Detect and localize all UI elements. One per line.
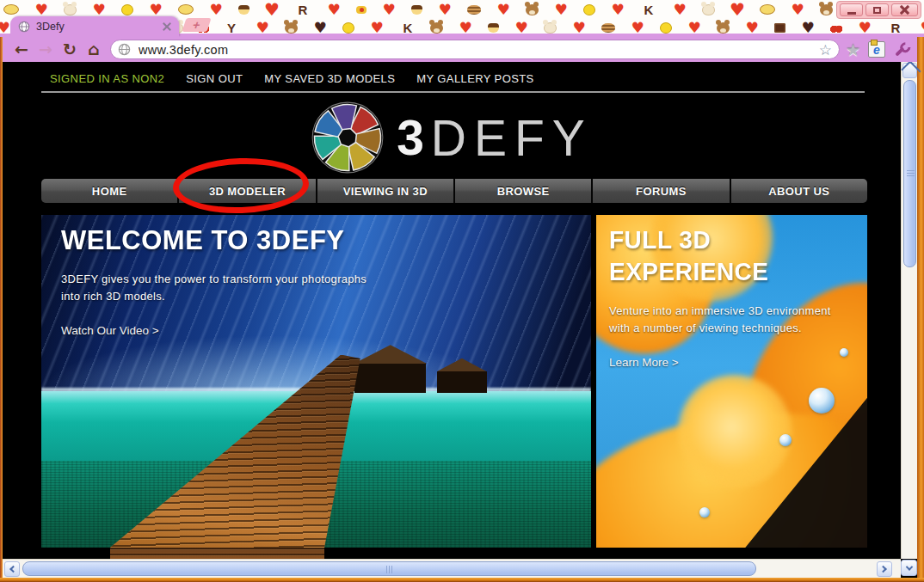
bear-icon (717, 22, 730, 34)
forward-button[interactable]: → (34, 41, 58, 58)
tab-title: 3Defy (36, 21, 157, 33)
toolbar-extensions: ★ e (846, 37, 910, 62)
heart-icon: ♥ (325, 2, 342, 18)
scroll-down-button[interactable] (901, 560, 917, 576)
minimize-icon (847, 12, 856, 15)
reload-button[interactable]: ↻ (58, 41, 82, 58)
nav-browse-button[interactable]: BROWSE (455, 179, 593, 203)
site-logo: 3 DEFY (3, 98, 901, 177)
bear-icon (285, 22, 298, 34)
nav-viewing-in-3d-button[interactable]: VIEWING IN 3D (317, 179, 455, 203)
browser-tab[interactable]: 3Defy (10, 16, 179, 37)
tab-close-icon[interactable] (163, 22, 171, 31)
heart-icon: ♥ (207, 2, 225, 18)
my-gallery-posts-link[interactable]: MY GALLERY POSTS (416, 72, 533, 85)
scroll-up-button[interactable] (902, 63, 917, 78)
wrench-menu-button[interactable] (890, 37, 914, 61)
window-frame-bottom (0, 578, 924, 582)
horizontal-scrollbar-thumb[interactable] (22, 561, 756, 576)
bungalow-graphic (437, 371, 487, 393)
bear-white-icon (544, 22, 557, 34)
oval-badge-icon (3, 4, 19, 15)
signed-in-label: SIGNED IN AS NON2 (50, 72, 164, 85)
oval-badge-icon (178, 4, 194, 15)
bungalow-graphic (354, 363, 426, 393)
candy-icon (356, 6, 367, 14)
nav-forums-button[interactable]: FORUMS (593, 179, 730, 203)
heart-dotted-icon: ♥ (380, 2, 397, 18)
url-globe-icon (118, 43, 131, 56)
letter-r-icon: R (294, 2, 311, 18)
favicon-globe-icon (18, 21, 30, 33)
chick-icon (583, 4, 595, 15)
heart-icon: ♥ (495, 2, 512, 18)
heart-happy-icon: ♥ (729, 2, 746, 18)
chick-icon (121, 4, 133, 15)
scrollbar-grip (386, 566, 393, 573)
hero-left-title: WELCOME TO 3DEFY (61, 224, 543, 256)
chick-icon (660, 22, 672, 34)
back-button[interactable]: ← (9, 41, 34, 58)
my-saved-models-link[interactable]: MY SAVED 3D MODELS (264, 72, 395, 85)
nav-about-us-button[interactable]: ABOUT US (731, 179, 867, 203)
nav-home-button[interactable]: HOME (41, 179, 179, 203)
browser-toolbar: ← → ↻ ⌂ ☆ ★ e (3, 37, 917, 62)
bookmark-star-icon[interactable]: ☆ (819, 41, 832, 58)
hero-left-body-line2: into rich 3D models. (61, 288, 543, 305)
new-tab-button[interactable]: + (182, 18, 211, 32)
heart-icon: ♥ (609, 2, 626, 18)
hero-left-body: 3DEFY gives you the power to transform y… (61, 271, 543, 305)
bear-white-icon (702, 4, 715, 15)
chevron-right-icon (879, 566, 886, 573)
pudding-icon (238, 5, 249, 15)
horizontal-scrollbar-track[interactable] (3, 559, 901, 578)
bear-icon (430, 22, 443, 34)
window-frame-right (917, 37, 924, 578)
maximize-button[interactable] (865, 3, 889, 16)
logo-wordmark: 3 DEFY (397, 113, 593, 162)
hero-left-copy: WELCOME TO 3DEFY 3DEFY gives you the pow… (61, 225, 543, 338)
sign-out-link[interactable]: SIGN OUT (186, 72, 243, 85)
url-input[interactable] (137, 42, 813, 58)
vertical-scrollbar-thumb[interactable] (903, 80, 916, 267)
scroll-right-button[interactable] (877, 561, 892, 577)
watch-our-video-link[interactable]: Watch Our Video > (61, 324, 159, 337)
ie-tab-extension-button[interactable]: e (868, 41, 885, 58)
vertical-scrollbar-track[interactable] (901, 62, 917, 559)
scrollbar-grip (907, 170, 915, 177)
page-content: SIGNED IN AS NON2 SIGN OUT MY SAVED 3D M… (3, 62, 901, 559)
star-extension-button[interactable]: ★ (846, 40, 860, 59)
aperture-logo-icon (311, 101, 385, 175)
address-bar[interactable]: ☆ (110, 40, 840, 59)
close-icon (899, 5, 910, 15)
hero-right-body-line1: Venture into an immersive 3D environment (609, 303, 850, 320)
hero-right-body-line2: with a number of viewing techniques. (609, 320, 850, 337)
bear-icon (820, 4, 833, 15)
pudding-icon (488, 23, 499, 33)
pudding-icon (411, 5, 422, 15)
home-button[interactable]: ⌂ (82, 41, 106, 58)
minimize-button[interactable] (840, 3, 863, 16)
bear-white-icon (64, 4, 77, 15)
maximize-icon (873, 7, 881, 14)
heart-icon: ♥ (33, 2, 50, 18)
hero-right-copy: FULL 3D EXPERIENCE Venture into an immer… (609, 225, 850, 370)
heart-icon: ♥ (436, 2, 453, 18)
hero-right-title-line1: FULL 3D (609, 224, 850, 256)
chevron-left-icon (9, 566, 16, 573)
pancake-icon (601, 23, 615, 33)
chocolate-icon (774, 23, 785, 33)
heart-dotted-icon: ♥ (147, 2, 164, 18)
scroll-left-button[interactable] (4, 561, 20, 577)
user-nav: SIGNED IN AS NON2 SIGN OUT MY SAVED 3D M… (50, 72, 534, 85)
user-nav-divider (41, 91, 865, 93)
pattern-row-1: ♥♥♥♥♥R♥♥♥♥♥♥K♥♥♥♥♥♥♥♥♥R♥♥♥♥♥♥K♥♥♥♥ (3, 1, 924, 18)
hero-left-body-line1: 3DEFY gives you the power to transform y… (61, 271, 543, 288)
chick-icon (342, 22, 354, 34)
learn-more-link[interactable]: Learn More > (609, 356, 679, 369)
heart-icon: ♥ (552, 2, 570, 18)
hero-right-title-line2: EXPERIENCE (609, 256, 850, 288)
bear-icon (526, 4, 539, 15)
hero-right-body: Venture into an immersive 3D environment… (609, 303, 850, 337)
close-button[interactable] (891, 3, 918, 16)
